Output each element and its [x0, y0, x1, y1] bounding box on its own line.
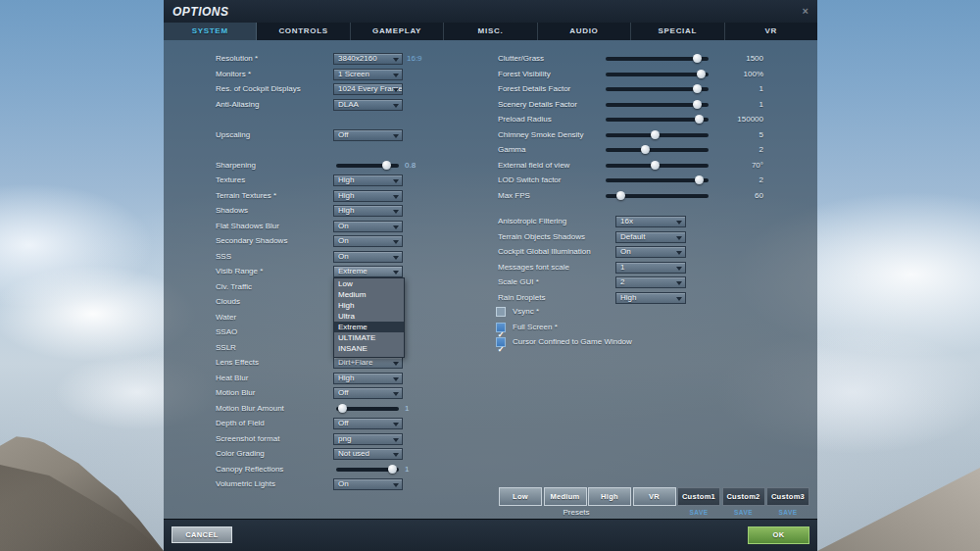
canopy-reflections-slider[interactable]	[336, 468, 399, 472]
row-motion-blur-amount: Motion Blur Amount1	[164, 403, 817, 415]
gamma-label: Gamma	[498, 145, 525, 154]
forest-visibility-slider[interactable]	[606, 73, 709, 76]
save-label-custom2[interactable]: SAVE	[722, 509, 765, 516]
external-field-of-view-label: External field of view	[498, 161, 569, 170]
cockpit-global-illumination-value: On	[616, 247, 685, 257]
lens-effects-dropdown[interactable]: Dirt+Flare	[333, 357, 403, 369]
row-rain-droplets: Rain DropletsHigh	[164, 292, 817, 304]
row-preload-radius: Preload Radius150000	[164, 114, 817, 125]
motion-blur-dropdown[interactable]: Off	[333, 387, 403, 399]
cancel-button[interactable]: CANCEL	[172, 526, 232, 543]
dropdown-option-ultra[interactable]: Ultra	[334, 311, 404, 322]
depth-of-field-label: Depth of Field	[216, 419, 265, 427]
row-forest-visibility: Forest Visibility100%	[164, 69, 817, 80]
scenery-details-factor-slider[interactable]	[606, 103, 709, 107]
tab-controls[interactable]: CONTROLS	[257, 23, 350, 40]
motion-blur-amount-slider[interactable]	[336, 407, 399, 411]
tab-system[interactable]: SYSTEM	[164, 23, 257, 40]
shadows-label: Shadows	[216, 206, 248, 215]
tab-gameplay[interactable]: GAMEPLAY	[351, 23, 444, 40]
max-fps-slider[interactable]	[606, 194, 709, 198]
color-grading-dropdown[interactable]: Not used	[333, 448, 403, 460]
motion-blur-value: Off	[334, 388, 402, 398]
cursor-confined-to-game-window-label: Cursor Confined to Game Window	[513, 337, 632, 346]
chimney-smoke-density-label: Chimney Smoke Density	[498, 130, 584, 139]
dropdown-option-ultimate[interactable]: ULTIMATE	[334, 332, 404, 343]
chimney-smoke-density-slider[interactable]	[606, 133, 709, 137]
row-screenshot-format: Screenshot formatpng	[164, 433, 817, 445]
dropdown-option-extreme[interactable]: Extreme	[334, 322, 404, 332]
row-motion-blur: Motion BlurOff	[164, 387, 817, 399]
color-grading-label: Color Grading	[216, 449, 265, 458]
row-depth-of-field: Depth of FieldOff	[164, 418, 817, 429]
dropdown-option-medium[interactable]: Medium	[334, 289, 404, 300]
forest-details-factor-label: Forest Details Factor	[498, 84, 570, 93]
row-heat-blur: Heat BlurHigh	[164, 373, 817, 384]
tab-vr[interactable]: VR	[725, 23, 817, 40]
dropdown-option-high[interactable]: High	[334, 300, 404, 311]
scale-gui-dropdown[interactable]: 2	[615, 276, 686, 288]
slope-right	[817, 468, 980, 551]
volumetric-lights-value: On	[334, 479, 402, 489]
tab-audio[interactable]: AUDIO	[538, 23, 631, 40]
save-label-custom1[interactable]: SAVE	[677, 509, 720, 516]
preset-button-vr[interactable]: VR	[633, 487, 676, 506]
clutter-grass-slider[interactable]	[606, 57, 709, 61]
close-icon[interactable]: ×	[803, 6, 808, 17]
depth-of-field-dropdown[interactable]: Off	[333, 418, 403, 429]
preset-button-low[interactable]: Low	[499, 487, 542, 506]
external-field-of-view-slider-value: 70°	[699, 161, 763, 170]
options-content: Resolution *3840x216016:9Monitors *1 Scr…	[164, 40, 817, 520]
lod-switch-factor-slider[interactable]	[606, 178, 709, 182]
dropdown-option-low[interactable]: Low	[334, 278, 404, 289]
preset-button-custom2[interactable]: Custom2	[722, 487, 765, 506]
forest-details-factor-slider[interactable]	[606, 87, 709, 91]
motion-blur-amount-slider-thumb[interactable]	[338, 404, 347, 413]
messages-font-scale-label: Messages font scale	[498, 263, 569, 272]
vsync-checkbox[interactable]	[496, 307, 506, 317]
chimney-smoke-density-slider-thumb[interactable]	[651, 130, 660, 139]
heat-blur-dropdown[interactable]: High	[333, 373, 403, 384]
row-external-field-of-view: External field of view70°	[164, 160, 817, 172]
terrain-objects-shadows-dropdown[interactable]: Default	[615, 231, 686, 243]
save-label-custom3[interactable]: SAVE	[766, 509, 809, 516]
dropdown-option-insane[interactable]: INSANE	[334, 343, 404, 354]
preload-radius-slider-value: 150000	[699, 115, 763, 124]
visib-range-dropdown-list: LowMediumHighUltraExtremeULTIMATEINSANE	[333, 277, 405, 358]
full-screen-checkbox[interactable]	[496, 323, 506, 332]
screenshot-format-dropdown[interactable]: png	[333, 433, 403, 445]
max-fps-slider-thumb[interactable]	[616, 191, 625, 200]
canopy-reflections-slider-thumb[interactable]	[388, 465, 397, 474]
anisotropic-filtering-label: Anisotropic Filtering	[498, 217, 566, 225]
lens-effects-value: Dirt+Flare	[334, 358, 402, 368]
rain-droplets-dropdown[interactable]: High	[615, 292, 686, 304]
preset-button-high[interactable]: High	[588, 487, 631, 506]
preset-button-medium[interactable]: Medium	[544, 487, 587, 506]
cursor-confined-to-game-window-checkbox[interactable]	[496, 337, 506, 347]
row-chimney-smoke-density: Chimney Smoke Density5	[164, 129, 817, 141]
motion-blur-amount-label: Motion Blur Amount	[216, 404, 284, 413]
volumetric-lights-label: Volumetric Lights	[216, 479, 275, 488]
messages-font-scale-dropdown[interactable]: 1	[615, 262, 686, 274]
anisotropic-filtering-dropdown[interactable]: 16x	[615, 216, 686, 227]
volumetric-lights-dropdown[interactable]: On	[333, 478, 403, 490]
scale-gui-value: 2	[616, 277, 685, 287]
ok-button[interactable]: OK	[748, 526, 809, 544]
lens-effects-label: Lens Effects	[216, 358, 259, 367]
external-field-of-view-slider[interactable]	[606, 164, 709, 168]
tab-misc[interactable]: MISC.	[444, 23, 537, 40]
preset-button-custom3[interactable]: Custom3	[766, 487, 809, 506]
row-lens-effects: Lens EffectsDirt+Flare	[164, 357, 817, 369]
screenshot-format-value: png	[334, 434, 402, 444]
tab-special[interactable]: SPECIAL	[631, 23, 724, 40]
scenery-details-factor-label: Scenery Details Factor	[498, 100, 577, 109]
row-scale-gui: Scale GUI *2	[164, 276, 817, 288]
preload-radius-slider[interactable]	[606, 118, 709, 122]
preset-button-custom1[interactable]: Custom1	[677, 487, 720, 506]
row-full-screen: Full Screen *	[164, 322, 817, 333]
page-title: OPTIONS	[172, 5, 803, 19]
gamma-slider-thumb[interactable]	[641, 145, 650, 154]
external-field-of-view-slider-thumb[interactable]	[651, 161, 660, 170]
cockpit-global-illumination-dropdown[interactable]: On	[615, 246, 686, 258]
gamma-slider[interactable]	[606, 148, 709, 152]
